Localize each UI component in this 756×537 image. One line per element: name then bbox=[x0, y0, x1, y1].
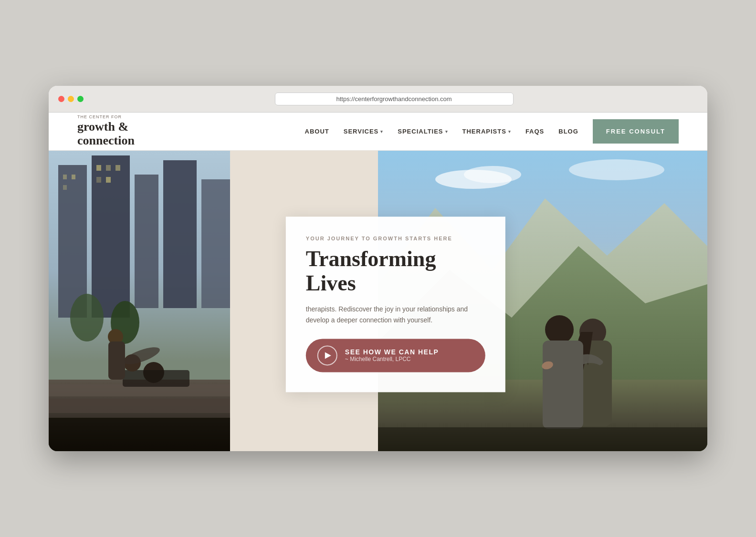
svg-rect-36 bbox=[543, 341, 583, 429]
browser-dots bbox=[58, 96, 84, 102]
logo-line2: connection bbox=[77, 134, 135, 148]
cta-sub-text: ~ Michelle Cantrell, LPCC bbox=[345, 356, 439, 362]
nav-faqs[interactable]: FAQs bbox=[525, 128, 544, 135]
nav-services[interactable]: SERVICES ▾ bbox=[344, 128, 384, 135]
hero-section: YOUR JOURNEY TO GROWTH STARTS HERE Trans… bbox=[49, 151, 707, 451]
svg-point-14 bbox=[70, 294, 104, 341]
nav-specialties[interactable]: SPECIALTIES ▾ bbox=[398, 128, 448, 135]
svg-rect-9 bbox=[96, 165, 101, 171]
svg-point-35 bbox=[545, 315, 574, 344]
services-chevron-icon: ▾ bbox=[380, 129, 383, 134]
svg-rect-4 bbox=[163, 160, 197, 308]
hero-cta-button[interactable]: SEE HOW WE CAN HELP ~ Michelle Cantrell,… bbox=[306, 339, 485, 372]
svg-rect-13 bbox=[106, 177, 111, 183]
nav-blog[interactable]: BLOG bbox=[558, 128, 578, 135]
cta-text-group: SEE HOW WE CAN HELP ~ Michelle Cantrell,… bbox=[345, 348, 439, 362]
hero-content-card: YOUR JOURNEY TO GROWTH STARTS HERE Trans… bbox=[286, 217, 505, 392]
svg-point-29 bbox=[569, 159, 664, 180]
svg-rect-3 bbox=[135, 175, 158, 308]
website: THE CENTER FOR growth & connection ABOUT… bbox=[49, 113, 707, 451]
svg-rect-6 bbox=[63, 175, 67, 179]
logo-main: growth & connection bbox=[77, 120, 135, 148]
browser-window: https://centerforgrowthandconnection.com… bbox=[49, 86, 707, 451]
nav-about[interactable]: ABOUT bbox=[305, 128, 329, 135]
logo-top-text: THE CENTER FOR bbox=[77, 115, 135, 120]
cta-main-text: SEE HOW WE CAN HELP bbox=[345, 348, 439, 356]
logo-line1: growth & bbox=[77, 120, 135, 134]
svg-rect-7 bbox=[72, 175, 75, 179]
close-dot[interactable] bbox=[58, 96, 64, 102]
maximize-dot[interactable] bbox=[77, 96, 84, 102]
hero-eyebrow: YOUR JOURNEY TO GROWTH STARTS HERE bbox=[306, 236, 485, 241]
address-bar[interactable]: https://centerforgrowthandconnection.com bbox=[275, 93, 514, 105]
svg-rect-5 bbox=[201, 179, 230, 308]
svg-rect-20 bbox=[123, 370, 189, 387]
main-nav: ABOUT SERVICES ▾ SPECIALTIES ▾ THERAPIST… bbox=[305, 119, 679, 144]
svg-rect-23 bbox=[108, 341, 125, 380]
svg-rect-18 bbox=[49, 399, 230, 413]
svg-rect-8 bbox=[63, 185, 67, 190]
therapists-chevron-icon: ▾ bbox=[508, 129, 511, 134]
specialties-chevron-icon: ▾ bbox=[445, 129, 448, 134]
header: THE CENTER FOR growth & connection ABOUT… bbox=[49, 113, 707, 151]
hero-headline: Transforming Lives bbox=[306, 247, 485, 295]
nav-therapists[interactable]: THERAPISTS ▾ bbox=[462, 128, 511, 135]
svg-point-28 bbox=[464, 166, 521, 183]
svg-rect-12 bbox=[96, 177, 101, 183]
svg-rect-10 bbox=[106, 165, 111, 171]
play-triangle-icon bbox=[325, 352, 331, 359]
logo[interactable]: THE CENTER FOR growth & connection bbox=[77, 115, 135, 148]
urban-photo bbox=[49, 151, 230, 451]
svg-rect-25 bbox=[49, 418, 230, 451]
free-consult-button[interactable]: FREE CONSULT bbox=[593, 119, 679, 144]
minimize-dot[interactable] bbox=[68, 96, 74, 102]
svg-rect-11 bbox=[116, 165, 120, 171]
browser-chrome: https://centerforgrowthandconnection.com bbox=[49, 86, 707, 113]
hero-subtext: therapists. Rediscover the joy in your r… bbox=[306, 304, 485, 326]
svg-rect-38 bbox=[378, 427, 707, 451]
play-icon bbox=[317, 345, 337, 365]
